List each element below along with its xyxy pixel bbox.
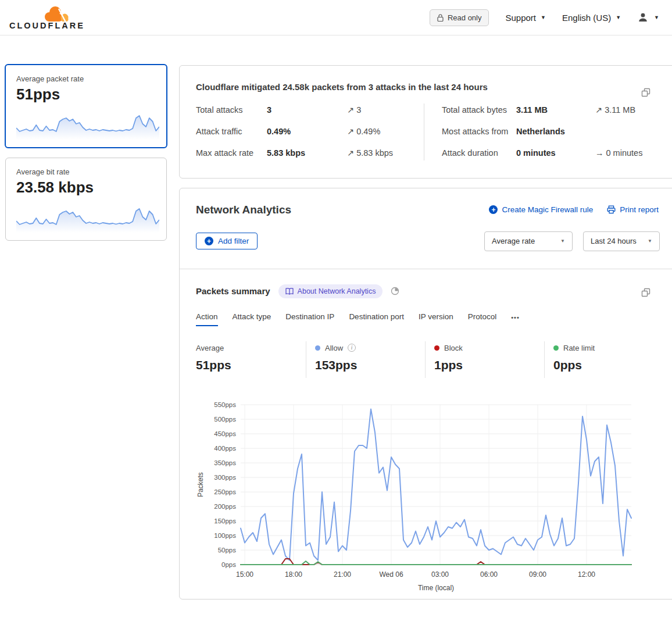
bit-rate-sparkline	[16, 200, 159, 233]
support-label: Support	[505, 13, 536, 23]
tab-protocol[interactable]: Protocol	[468, 312, 497, 326]
user-icon	[637, 12, 649, 23]
svg-text:200pps: 200pps	[214, 503, 236, 510]
time-range-select[interactable]: Last 24 hours ▼	[583, 231, 660, 251]
series-legend: Average 51pps Allow i 153pps	[196, 341, 672, 378]
svg-text:06:00: 06:00	[480, 570, 498, 579]
svg-text:12:00: 12:00	[578, 570, 595, 579]
svg-text:18:00: 18:00	[285, 570, 302, 579]
chevron-down-icon: ▼	[648, 239, 652, 244]
language-menu[interactable]: English (US) ▼	[562, 13, 621, 23]
metric-label: Average packet rate	[16, 74, 156, 83]
about-network-analytics-badge[interactable]: About Network Analytics	[278, 284, 383, 298]
network-analytics-card: Network Analytics + Create Magic Firewal…	[179, 188, 672, 600]
plus-circle-icon: +	[205, 237, 213, 245]
tab-destination-ip[interactable]: Destination IP	[285, 312, 334, 326]
chevron-down-icon: ▼	[541, 15, 546, 20]
time-range-value: Last 24 hours	[591, 237, 637, 245]
cloudflare-wordmark: CLOUDFLARE	[9, 21, 85, 30]
stat-label: Max attack rate	[196, 147, 267, 160]
cloudflare-logo[interactable]: CLOUDFLARE	[9, 3, 78, 32]
chevron-down-icon: ▼	[616, 15, 621, 20]
svg-text:Wed 06: Wed 06	[379, 570, 403, 579]
stat-delta: → 0 minutes	[595, 147, 672, 160]
legend-label: Rate limit	[563, 344, 595, 352]
legend-label: Block	[444, 344, 463, 352]
summary-stats-right: Total attack bytes 3.11 MB ↗ 3.11 MB Mos…	[424, 104, 672, 160]
summary-stats: Total attacks 3 ↗ 3 Attack traffic 0.49%…	[196, 104, 672, 160]
svg-text:0pps: 0pps	[221, 561, 236, 568]
svg-text:400pps: 400pps	[214, 445, 236, 452]
allow-dot-icon	[315, 345, 320, 351]
analytics-actions: + Create Magic Firewall rule Print repor…	[489, 205, 659, 214]
svg-text:300pps: 300pps	[214, 474, 236, 481]
stat-value: 0 minutes	[516, 147, 595, 160]
stat-label: Attack duration	[442, 147, 516, 160]
language-label: English (US)	[562, 13, 611, 23]
support-menu[interactable]: Support ▼	[505, 13, 545, 23]
metric-value: 23.58 kbps	[16, 179, 156, 197]
history-icon[interactable]	[391, 287, 399, 295]
metric-cards-column: Average packet rate 51pps Average bit ra…	[5, 64, 167, 241]
read-only-label: Read only	[448, 13, 482, 22]
svg-text:09:00: 09:00	[529, 570, 546, 579]
stat-label: Total attacks	[196, 104, 267, 117]
info-icon[interactable]: i	[348, 344, 356, 352]
packets-summary-section: Packets summary About Network Analytics	[180, 269, 672, 599]
top-header: CLOUDFLARE Read only Support ▼ English (…	[0, 0, 672, 35]
tab-attack-type[interactable]: Attack type	[233, 312, 271, 326]
rate-limit-dot-icon	[553, 345, 559, 351]
stat-delta: ↗ 5.83 kbps	[347, 147, 424, 160]
legend-value: 0pps	[553, 358, 663, 372]
filter-row: + Add filter Average rate ▼ Last 24 hour…	[196, 231, 663, 251]
read-only-badge: Read only	[430, 9, 489, 26]
legend-average: Average 51pps	[196, 341, 306, 378]
metric-select[interactable]: Average rate ▼	[484, 231, 573, 251]
attack-summary-card: Cloudflare mitigated 24.58k packets from…	[179, 65, 672, 179]
more-tabs-button[interactable]: •••	[511, 314, 520, 326]
svg-text:450pps: 450pps	[214, 430, 236, 437]
metric-select-value: Average rate	[492, 237, 535, 245]
header-actions: Read only Support ▼ English (US) ▼ ▼	[430, 9, 659, 26]
stat-value: 0.49%	[267, 125, 347, 139]
lock-icon	[437, 14, 444, 22]
stat-label: Total attack bytes	[442, 104, 516, 117]
legend-value: 1pps	[434, 358, 544, 372]
stat-value: Netherlands	[516, 125, 595, 139]
metric-card-bit-rate[interactable]: Average bit rate 23.58 kbps	[5, 158, 167, 241]
user-account-menu[interactable]: ▼	[637, 12, 659, 23]
block-dot-icon	[434, 345, 439, 351]
copy-icon[interactable]	[640, 287, 652, 300]
stat-value: 3.11 MB	[516, 104, 595, 117]
svg-text:150pps: 150pps	[214, 518, 236, 524]
packets-chart-area: 0pps50pps100pps150pps200pps250pps300pps3…	[196, 399, 672, 599]
stat-delta	[595, 125, 672, 139]
legend-block[interactable]: Block 1pps	[425, 341, 544, 378]
packet-rate-sparkline	[16, 107, 159, 140]
create-magic-firewall-rule-link[interactable]: + Create Magic Firewall rule	[489, 205, 593, 214]
network-analytics-header-section: Network Analytics + Create Magic Firewal…	[180, 188, 672, 269]
chevron-down-icon: ▼	[560, 239, 565, 244]
add-filter-label: Add filter	[218, 237, 249, 245]
legend-allow[interactable]: Allow i 153pps	[306, 341, 425, 378]
tab-action[interactable]: Action	[196, 312, 218, 326]
tab-destination-port[interactable]: Destination port	[349, 312, 404, 326]
metric-card-packet-rate[interactable]: Average packet rate 51pps	[5, 64, 167, 148]
tab-ip-version[interactable]: IP version	[419, 312, 453, 326]
legend-rate-limit[interactable]: Rate limit 0pps	[544, 341, 663, 378]
svg-text:500pps: 500pps	[214, 416, 236, 423]
svg-text:250pps: 250pps	[214, 488, 236, 495]
stat-delta: ↗ 3	[347, 104, 424, 117]
printer-icon	[607, 205, 616, 214]
print-report-label: Print report	[620, 205, 659, 214]
print-report-link[interactable]: Print report	[607, 205, 659, 214]
svg-text:Packets: Packets	[196, 472, 205, 497]
legend-value: 51pps	[196, 358, 306, 372]
packets-line-chart[interactable]: 0pps50pps100pps150pps200pps250pps300pps3…	[196, 399, 641, 597]
create-rule-label: Create Magic Firewall rule	[502, 205, 593, 214]
add-filter-button[interactable]: + Add filter	[196, 233, 258, 249]
metric-label: Average bit rate	[16, 167, 156, 176]
svg-text:550pps: 550pps	[214, 401, 236, 408]
copy-icon[interactable]	[640, 87, 652, 100]
svg-text:03:00: 03:00	[431, 570, 449, 579]
